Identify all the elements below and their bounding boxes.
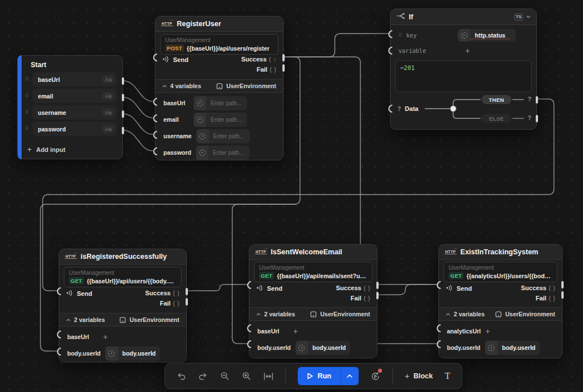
- expression-editor[interactable]: =201: [395, 60, 532, 92]
- node-header[interactable]: HTTP isRegisteredSuccessfully: [59, 249, 186, 265]
- run-button[interactable]: Run: [298, 367, 340, 385]
- port-in-key[interactable]: [388, 30, 392, 38]
- drag-handle-icon[interactable]: ⠿: [399, 33, 403, 38]
- path-field[interactable]: [196, 146, 249, 160]
- add-path-button[interactable]: +: [293, 327, 298, 336]
- variables-header[interactable]: 4 variables UserEnvironment: [155, 79, 283, 93]
- environment-badge[interactable]: UserEnvironment: [216, 82, 276, 89]
- port-out-password[interactable]: [122, 127, 124, 134]
- request-config[interactable]: UserManagement GET {{analyticsUrl}}/user…: [444, 262, 557, 282]
- path-input[interactable]: [206, 100, 247, 106]
- port-out-username[interactable]: [122, 110, 124, 118]
- port-out-success[interactable]: [561, 281, 564, 288]
- path-field[interactable]: [194, 96, 247, 110]
- port-in-variable[interactable]: [388, 47, 392, 55]
- type-badge[interactable]: Aa: [102, 125, 114, 133]
- start-input-field[interactable]: password Aa: [32, 122, 117, 136]
- key-field[interactable]: http.status: [458, 29, 516, 42]
- path-input[interactable]: [208, 150, 249, 156]
- port-in-username[interactable]: [153, 131, 157, 139]
- run-options-button[interactable]: [340, 367, 359, 385]
- port-out-else[interactable]: [536, 115, 538, 122]
- port-in-send[interactable]: [57, 287, 61, 295]
- path-field[interactable]: [196, 129, 250, 143]
- request-config[interactable]: UserManagement POST {{baseUrl}}/api/user…: [160, 34, 278, 55]
- port-in-send[interactable]: [437, 281, 441, 289]
- start-input-field[interactable]: username Aa: [32, 105, 117, 119]
- node-header[interactable]: HTTP RegisterUser: [155, 16, 283, 32]
- request-config[interactable]: UserManagement GET {{baseUrl}}/api/users…: [64, 267, 182, 287]
- language-selector[interactable]: TS: [514, 14, 531, 20]
- port-out-fail[interactable]: [376, 292, 379, 299]
- drag-handle-icon[interactable]: ⠿: [25, 77, 29, 82]
- node-register-user[interactable]: HTTP RegisterUser UserManagement POST {{…: [155, 16, 284, 160]
- flow-canvas[interactable]: Start ⠿ baseUrl Aa ⠿ email Aa ⠿ username…: [0, 0, 583, 392]
- type-badge[interactable]: Aa: [102, 92, 114, 100]
- path-field[interactable]: [194, 113, 247, 127]
- port-out-fail[interactable]: [561, 291, 564, 299]
- start-input-field[interactable]: baseUrl Aa: [32, 72, 117, 86]
- port-out-email[interactable]: [122, 94, 124, 101]
- path-input[interactable]: [209, 133, 250, 139]
- else-branch[interactable]: ELSE: [482, 114, 511, 123]
- port-out-fail[interactable]: [282, 64, 285, 72]
- then-branch[interactable]: THEN: [482, 95, 511, 104]
- request-config[interactable]: UserManagement GET {{baseUrl}}/api/email…: [254, 262, 372, 282]
- variables-header[interactable]: 2 variables UserEnvironment: [59, 313, 186, 327]
- path-input[interactable]: [206, 117, 247, 123]
- node-header[interactable]: If TS: [391, 9, 536, 25]
- add-path-button[interactable]: +: [103, 332, 108, 341]
- environment-badge[interactable]: UserEnvironment: [495, 311, 555, 317]
- port-in-body-userid[interactable]: [437, 340, 441, 348]
- port-in-password[interactable]: [153, 147, 157, 155]
- text-tool-button[interactable]: T: [445, 371, 450, 381]
- run-history-button[interactable]: [371, 370, 380, 382]
- variables-header[interactable]: 2 variables UserEnvironment: [249, 307, 377, 321]
- port-out-success[interactable]: [376, 282, 379, 289]
- add-input-button[interactable]: + Add input: [22, 138, 122, 154]
- port-in-body-userid[interactable]: [247, 340, 251, 348]
- port-out-success[interactable]: [282, 54, 285, 61]
- port-out-baseurl[interactable]: [122, 77, 124, 85]
- add-variable-button[interactable]: +: [465, 46, 470, 55]
- zoom-out-button[interactable]: [220, 370, 229, 382]
- add-block-button[interactable]: + Block: [405, 372, 433, 381]
- port-out-then[interactable]: [536, 96, 538, 104]
- drag-handle-icon[interactable]: ⠿: [25, 93, 29, 98]
- port-in-send[interactable]: [153, 53, 157, 61]
- target-icon: [458, 29, 470, 42]
- port-in-body-userid[interactable]: [57, 348, 61, 356]
- port-in-baseurl[interactable]: [57, 331, 61, 339]
- path-field[interactable]: body.userId: [485, 341, 540, 355]
- port-out-success[interactable]: [186, 288, 188, 295]
- drag-handle-icon[interactable]: ⠿: [25, 126, 29, 131]
- port-out-fail[interactable]: [186, 298, 188, 306]
- environment-badge[interactable]: UserEnvironment: [310, 311, 370, 317]
- node-exist-in-tracking[interactable]: HTTP ExistInTrackingSystem UserManagemen…: [438, 244, 563, 358]
- port-in-analyticsurl[interactable]: [437, 324, 441, 332]
- path-field[interactable]: body.userId: [295, 341, 351, 355]
- node-start[interactable]: Start ⠿ baseUrl Aa ⠿ email Aa ⠿ username…: [17, 55, 123, 159]
- node-is-registered[interactable]: HTTP isRegisteredSuccessfully UserManage…: [59, 249, 187, 362]
- start-input-field[interactable]: email Aa: [32, 89, 117, 103]
- port-in-send[interactable]: [247, 281, 251, 289]
- port-in-data[interactable]: [388, 105, 392, 113]
- variables-header[interactable]: 2 variables UserEnvironment: [439, 307, 562, 321]
- node-is-sent-welcome-email[interactable]: HTTP IsSentWelcomeEmail UserManagement G…: [249, 244, 377, 358]
- port-in-email[interactable]: [153, 114, 157, 122]
- fit-view-button[interactable]: [264, 370, 273, 382]
- add-path-button[interactable]: +: [486, 327, 490, 336]
- undo-button[interactable]: [176, 370, 186, 382]
- environment-badge[interactable]: UserEnvironment: [120, 316, 179, 323]
- type-badge[interactable]: Aa: [102, 109, 114, 116]
- node-header[interactable]: HTTP ExistInTrackingSystem: [439, 245, 562, 260]
- port-in-baseurl[interactable]: [153, 98, 157, 106]
- node-if[interactable]: If TS ⠿ key http.status variable + =201 …: [390, 9, 537, 130]
- type-badge[interactable]: Aa: [102, 76, 114, 83]
- node-header[interactable]: HTTP IsSentWelcomeEmail: [249, 245, 377, 260]
- path-field[interactable]: body.userId: [105, 346, 161, 361]
- port-in-baseurl[interactable]: [247, 324, 251, 332]
- zoom-in-button[interactable]: [241, 370, 251, 382]
- redo-button[interactable]: [198, 370, 208, 382]
- drag-handle-icon[interactable]: ⠿: [25, 110, 29, 115]
